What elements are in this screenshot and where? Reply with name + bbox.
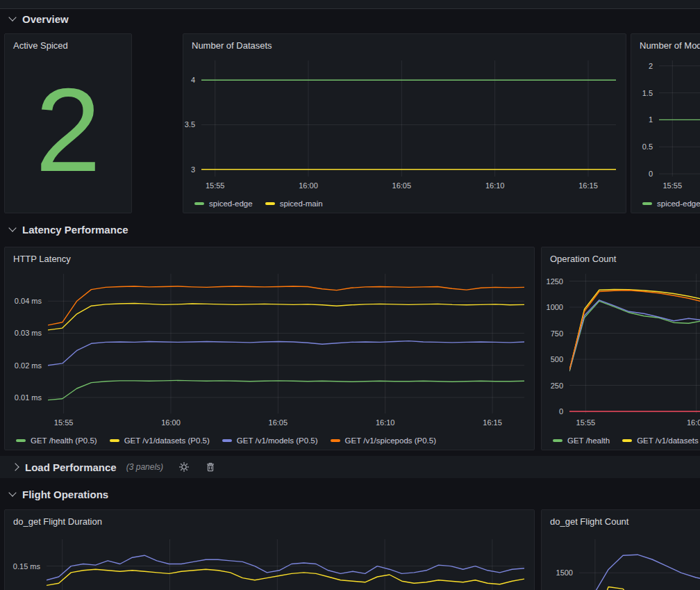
x-axis-tick-label: 15:55 (576, 418, 596, 427)
y-axis-tick-label: 1000 (547, 303, 563, 311)
panel-count-label: (3 panels) (126, 462, 163, 472)
legend-swatch (222, 439, 232, 442)
section-header-load-performance[interactable]: Load Performance (3 panels) (0, 456, 700, 478)
chevron-down-icon (8, 489, 16, 496)
line-chart[interactable]: 00.511.5215:5516:0016:0516:1016:15 (631, 56, 700, 195)
y-axis-tick-label: 0.15 ms (13, 562, 41, 571)
line-chart[interactable]: 150015:5516:0016:0516:1016:15 (542, 535, 700, 590)
panel-number-of-datasets: Number of Datasets 33.5415:5516:0016:051… (183, 33, 626, 213)
legend-item[interactable]: GET /v1/spicepods (P0.5) (331, 436, 436, 445)
y-axis-tick-label: 1250 (547, 277, 563, 285)
y-axis-tick-label: 1 (649, 115, 653, 124)
x-axis-tick-label: 16:15 (483, 418, 502, 427)
y-axis-tick-label: 750 (551, 329, 563, 337)
y-axis-tick-label: 1.5 (642, 88, 653, 97)
y-axis-tick-label: 0.02 ms (15, 361, 42, 369)
legend-label: spiced-edge (209, 199, 253, 208)
series-line[interactable] (569, 289, 700, 370)
legend-swatch (110, 439, 119, 442)
x-axis-tick-label: 16:10 (485, 181, 505, 190)
y-axis-tick-label: 0.04 ms (15, 297, 42, 305)
section-title: Overview (22, 13, 69, 25)
section-header-flight-operations[interactable]: Flight Operations (8, 486, 108, 502)
y-axis-tick-label: 0 (649, 170, 653, 178)
line-chart[interactable]: 0.15 ms15:5516:0016:0516:1016:15 (5, 535, 534, 590)
panel-active-spiced: Active Spiced 2 (4, 33, 132, 213)
line-chart[interactable]: 02505007501000125015:5516:0016:0516:1016… (542, 270, 700, 432)
panel-title[interactable]: Number of Models (631, 34, 700, 56)
section-title: Load Performance (25, 461, 117, 473)
panel-http-latency: HTTP Latency 0.01 ms0.02 ms0.03 ms0.04 m… (4, 247, 535, 450)
x-axis-tick-label: 16:15 (578, 181, 598, 190)
panel-number-of-models: Number of Models 00.511.5215:5516:0016:0… (631, 33, 700, 213)
legend-swatch (16, 439, 26, 442)
series-line[interactable] (579, 555, 700, 590)
panel-title[interactable]: Active Spiced (5, 34, 131, 59)
legend-item[interactable]: GET /health (553, 436, 610, 445)
series-line[interactable] (48, 341, 524, 365)
section-header-overview[interactable]: Overview (8, 11, 69, 26)
chart-legend: GET /healthGET /v1/datasets (542, 434, 700, 450)
series-line[interactable] (48, 380, 524, 400)
panel-title[interactable]: do_get Flight Count (542, 510, 700, 535)
panel-flight-duration: do_get Flight Duration 0.15 ms15:5516:00… (4, 509, 535, 590)
series-line[interactable] (47, 569, 524, 585)
legend-swatch (622, 439, 632, 442)
legend-label: GET /v1/models (P0.5) (237, 436, 318, 445)
panel-flight-count: do_get Flight Count 150015:5516:0016:051… (541, 509, 700, 590)
x-axis-tick-label: 16:05 (269, 418, 288, 427)
legend-item[interactable]: spiced-edge (642, 199, 700, 208)
section-title: Latency Performance (22, 224, 128, 236)
legend-item[interactable]: GET /v1/datasets (622, 436, 699, 445)
legend-swatch (194, 202, 204, 205)
legend-label: GET /v1/datasets (P0.5) (124, 436, 210, 445)
panel-title[interactable]: Operation Count (542, 247, 700, 270)
x-axis-tick-label: 16:00 (687, 418, 700, 427)
legend-label: GET /health (P0.5) (31, 436, 97, 445)
legend-label: GET /health (567, 436, 610, 445)
panel-title[interactable]: do_get Flight Duration (5, 510, 534, 535)
y-axis-tick-label: 0 (559, 407, 563, 416)
legend-item[interactable]: GET /v1/models (P0.5) (222, 436, 318, 445)
legend-label: GET /v1/spicepods (P0.5) (345, 436, 436, 445)
chart-legend: spiced-edge (631, 197, 700, 213)
trash-icon[interactable] (205, 461, 216, 473)
y-axis-tick-label: 2 (649, 61, 653, 69)
legend-swatch (642, 202, 652, 205)
chart-legend: GET /health (P0.5)GET /v1/datasets (P0.5… (5, 434, 534, 450)
legend-item[interactable]: spiced-edge (194, 199, 253, 208)
y-axis-tick-label: 0.01 ms (15, 393, 42, 401)
legend-item[interactable]: GET /v1/datasets (P0.5) (110, 436, 210, 445)
y-axis-tick-label: 500 (551, 355, 563, 363)
chevron-down-icon (8, 13, 16, 21)
series-line[interactable] (569, 301, 700, 371)
panel-title[interactable]: HTTP Latency (5, 247, 534, 270)
section-header-latency-performance[interactable]: Latency Performance (8, 222, 128, 237)
legend-item[interactable]: spiced-main (265, 199, 323, 208)
y-axis-tick-label: 0.5 (642, 142, 653, 151)
legend-swatch (265, 202, 275, 205)
series-line[interactable] (48, 286, 524, 325)
y-axis-tick-label: 1500 (556, 568, 573, 577)
y-axis-tick-label: 4 (191, 76, 195, 84)
x-axis-tick-label: 16:00 (299, 181, 318, 190)
panel-title[interactable]: Number of Datasets (183, 34, 626, 56)
x-axis-tick-label: 16:10 (376, 418, 395, 427)
gear-icon[interactable] (178, 461, 190, 473)
line-chart[interactable]: 33.5415:5516:0016:0516:1016:15 (183, 56, 626, 195)
grafana-dashboard: Overview Active Spiced 2 Number of Datas… (0, 0, 700, 590)
y-axis-tick-label: 0.03 ms (15, 329, 42, 337)
legend-label: spiced-main (280, 199, 323, 208)
series-line[interactable] (47, 555, 524, 580)
series-line[interactable] (569, 290, 700, 369)
legend-item[interactable]: GET /health (P0.5) (16, 436, 97, 445)
x-axis-tick-label: 15:55 (54, 418, 74, 427)
x-axis-tick-label: 15:55 (663, 181, 683, 190)
chart-legend: spiced-edgespiced-main (183, 197, 626, 213)
series-line[interactable] (569, 300, 700, 370)
line-chart[interactable]: 0.01 ms0.02 ms0.03 ms0.04 ms15:5516:0016… (5, 270, 534, 432)
chevron-right-icon (11, 463, 19, 470)
legend-swatch (553, 439, 562, 442)
legend-label: spiced-edge (657, 199, 700, 208)
series-line[interactable] (48, 303, 524, 329)
